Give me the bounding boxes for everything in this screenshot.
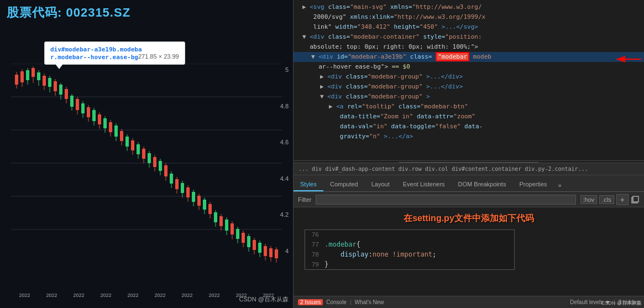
bottom-bar: 2 Issues Console | What's New Default le… [294,296,644,308]
breadcrumb-item[interactable]: div.row [397,166,423,172]
chart-title: 股票代码: 002315.SZ [0,0,293,25]
tab-computed[interactable]: Computed [323,178,365,191]
expand-icon[interactable]: ▼ [302,33,306,40]
svg-rect-95 [258,243,261,253]
chart-panel: 股票代码: 002315.SZ div#modebar-a3e19b.modeb… [0,0,293,308]
breadcrumb-item[interactable]: div#content.container [450,166,523,172]
svg-rect-17 [43,76,46,86]
svg-rect-21 [54,81,57,91]
tab-layout[interactable]: Layout [365,178,396,191]
svg-rect-37 [98,114,101,124]
filter-input[interactable] [316,195,575,205]
x-label: 2022 [100,293,111,298]
line-number: 78 [305,251,324,258]
svg-rect-89 [242,233,245,243]
html-line: ▶ <a rel="tooltip" class="modebar-btn" [294,102,644,112]
html-line: ▶ <div class="modebar-group" >...</div> [294,82,644,92]
svg-rect-63 [170,174,173,184]
svg-rect-45 [120,131,123,141]
candles-area [11,64,282,263]
tab-more[interactable]: » [554,179,566,191]
hov-button[interactable]: :hov [580,195,598,204]
svg-rect-65 [175,179,179,189]
expand-icon[interactable]: ▶ [320,73,324,80]
svg-rect-19 [48,78,51,87]
breadcrumb-bar: ... div div#_dash-app-content div.row di… [294,163,644,175]
svg-rect-29 [76,99,79,110]
svg-rect-49 [131,140,134,150]
csdn-badge: CSDN @百木从森 [601,300,642,307]
svg-rect-43 [114,126,118,137]
expand-icon[interactable]: ▶ [329,103,333,110]
code-overlay: 76 77 .modebar { 78 display : none !impo… [305,229,515,270]
svg-rect-57 [153,157,156,167]
svg-rect-39 [103,118,107,128]
expand-icon[interactable]: ▼ [311,53,315,60]
cn-annotation-text: 在setting.py文件中添加如下代码 [404,213,534,223]
svg-rect-61 [164,165,167,176]
breadcrumb-item[interactable]: div.col [423,166,450,172]
svg-rect-33 [87,107,90,117]
x-label: 2022 [127,293,138,298]
breadcrumb-item[interactable]: div.py-2.contair... [523,166,589,172]
svg-rect-69 [186,187,190,197]
tab-dom-breakpoints[interactable]: DOM Breakpoints [452,178,513,191]
line-number: 76 [305,231,324,238]
svg-rect-73 [197,196,201,206]
svg-rect-25 [65,89,68,99]
breadcrumb-item[interactable]: div#_dash-app-content [323,166,396,172]
plus-button[interactable]: + [616,194,629,205]
svg-rect-83 [225,220,228,231]
svg-rect-35 [92,110,96,121]
expand-icon[interactable]: ▼ [320,93,324,100]
class-highlight: "modebar [436,52,469,61]
x-label: 2022 [181,293,192,298]
element-tooltip: div#modebar-a3e19b.modebar.modebar--hove… [44,41,185,65]
svg-rect-93 [253,240,256,250]
filter-buttons: :hov .cls + [580,194,640,205]
svg-rect-7 [15,75,18,85]
console-tab-label[interactable]: Console [326,299,347,305]
code-line-78: 78 display : none !important ; [305,249,514,259]
svg-rect-99 [269,248,273,257]
elements-scroll[interactable]: ▶ <svg class="main-svg" xmlns="http://ww… [294,2,644,160]
tab-properties[interactable]: Properties [512,178,553,191]
x-label: 2022 [46,293,57,298]
styles-content: 在setting.py文件中添加如下代码 76 77 .modebar { 78… [294,207,644,296]
code-line-76: 76 [305,230,514,239]
svg-rect-31 [81,103,85,113]
svg-rect-85 [231,223,234,234]
svg-rect-77 [208,204,212,214]
expand-icon[interactable]: ▶ [320,83,324,90]
breadcrumb-item[interactable]: div [310,166,323,172]
cls-button[interactable]: .cls [599,195,614,204]
html-line: ar--hover ease-bg"> == $0 [294,62,644,72]
html-line: ▶ <div class="modebar-group" >...</div> [294,72,644,82]
svg-rect-101 [275,249,278,258]
red-arrow [611,51,644,67]
svg-rect-79 [214,212,217,222]
svg-rect-13 [32,68,35,77]
x-label: 2022 [19,293,30,298]
svg-rect-11 [26,70,29,80]
issue-count[interactable]: 2 Issues [298,299,323,305]
code-line-77: 77 .modebar { [305,239,514,249]
cn-annotation: 在setting.py文件中添加如下代码 [404,213,534,225]
filter-label: Filter [298,196,311,203]
html-line-highlighted: ▼ <div id="modebar-a3e19b" class= "modeb… [294,52,644,62]
svg-rect-71 [192,192,195,202]
html-line: 2000/svg" xmlns:xlink="http://www.w3.org… [294,12,644,22]
x-label: 2022 [73,293,84,298]
whats-new-label[interactable]: What's New [355,299,384,305]
breadcrumb-item[interactable]: ... [297,166,310,172]
copy-icon[interactable] [631,195,640,204]
tab-event-listeners[interactable]: Event Listeners [396,178,452,191]
svg-rect-75 [203,200,206,210]
line-number: 79 [305,261,324,268]
svg-rect-53 [142,149,145,159]
tooltip-element-name: div#modebar-a3e19b.modebar.modebar--hove… [50,46,142,61]
tab-styles[interactable]: Styles [294,178,323,191]
svg-rect-105 [633,196,638,202]
x-label: 2022 [208,293,219,298]
expand-icon[interactable]: ▶ [302,3,306,11]
